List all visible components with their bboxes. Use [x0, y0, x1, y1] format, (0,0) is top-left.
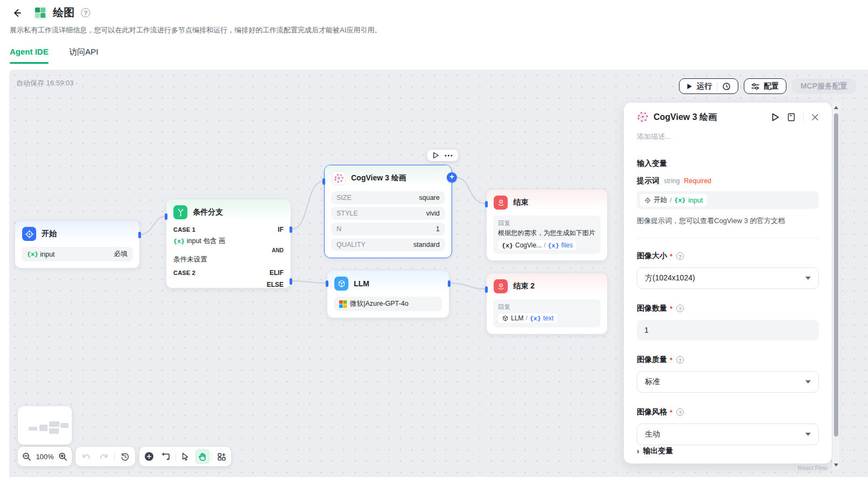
- scroll-up-arrow[interactable]: [832, 104, 839, 111]
- field-help-icon[interactable]: ?: [676, 356, 684, 364]
- tab-api-access[interactable]: 访问API: [69, 47, 98, 64]
- required-tag: 必填: [114, 250, 127, 259]
- description-placeholder[interactable]: 添加描述...: [637, 132, 819, 142]
- condition-2: 条件未设置: [173, 255, 207, 264]
- field-label-size: 图像大小*?: [637, 251, 819, 261]
- field-help-icon[interactable]: ?: [676, 252, 684, 260]
- chevron-down-icon: [805, 277, 811, 280]
- output-port[interactable]: [138, 232, 141, 238]
- panel-scrollbar[interactable]: [832, 103, 839, 470]
- prompt-ref-field[interactable]: 开始 / {x} input: [637, 191, 819, 209]
- scheduled-run-icon: [722, 82, 731, 91]
- page-title: 绘图: [53, 5, 75, 20]
- var-icon: {x}: [173, 238, 185, 245]
- node-end-1[interactable]: 结束 回复 根据您的需求，为您生成如下图片： {x} CogVie... / {…: [486, 189, 608, 261]
- react-flow-attribution: React Flow: [798, 465, 827, 471]
- field-help-icon[interactable]: ?: [676, 408, 684, 416]
- top-bar: 绘图 ? 展示私有工作流详细信息，您可以在此对工作流进行多节点编排和运行，编排好…: [0, 0, 868, 70]
- var-name: input: [40, 251, 55, 258]
- zoom-out-button[interactable]: [19, 449, 35, 464]
- page-description: 展示私有工作流详细信息，您可以在此对工作流进行多节点编排和运行，编排好的工作流配…: [10, 25, 868, 35]
- reply-label: 回复: [498, 219, 596, 227]
- zoom-in-button[interactable]: [55, 449, 70, 464]
- node-title: CogView 3 绘画: [351, 173, 406, 183]
- autosave-status: 自动保存 16:59:03 ·: [16, 78, 78, 88]
- workflow-canvas[interactable]: 自动保存 16:59:03 · 运行 配置 MCP服务配置: [9, 70, 868, 477]
- field-label-quality: 图像质量*?: [637, 355, 819, 365]
- chevron-right-icon: ›: [637, 447, 639, 456]
- image-count-input[interactable]: 1: [637, 320, 819, 340]
- output-port-if[interactable]: [290, 226, 292, 233]
- history-controls: [76, 447, 135, 466]
- required-badge: Required: [684, 177, 711, 185]
- end-node-icon: [494, 196, 508, 210]
- prompt-type: string: [664, 177, 679, 185]
- node-title: 结束: [513, 198, 528, 207]
- undo-button[interactable]: [78, 449, 93, 464]
- scroll-down-arrow[interactable]: [832, 461, 839, 469]
- tab-bar: Agent IDE 访问API: [10, 47, 868, 64]
- node-condition[interactable]: 条件分支 CASE 1 IF {x} input 包含 画 AND 条件未设置 …: [166, 199, 291, 288]
- pointer-tool-button[interactable]: [178, 449, 193, 464]
- start-node-icon: [22, 227, 36, 241]
- auto-layout-icon[interactable]: [214, 449, 230, 464]
- output-vars-toggle[interactable]: › 输出变量: [637, 446, 673, 456]
- close-icon[interactable]: [811, 113, 819, 121]
- minimap[interactable]: [18, 406, 72, 445]
- variable-reference[interactable]: {x} CogVie... / {x} files: [498, 240, 576, 250]
- output-port[interactable]: [448, 280, 450, 287]
- run-button[interactable]: 运行: [679, 78, 738, 94]
- input-port[interactable]: [165, 213, 167, 220]
- node-end-2[interactable]: 结束 2 回复 LLM / {x} text: [486, 273, 608, 334]
- add-node-button[interactable]: [142, 449, 157, 464]
- tab-agent-ide[interactable]: Agent IDE: [10, 47, 49, 64]
- save-doc-icon[interactable]: [787, 113, 796, 122]
- microsoft-logo-icon: [339, 300, 347, 308]
- more-icon[interactable]: [445, 154, 453, 157]
- input-port[interactable]: [322, 178, 325, 185]
- input-port[interactable]: [326, 280, 328, 287]
- model-name: 微软|Azure-GPT-4o: [350, 299, 408, 308]
- cogview-node-icon: [332, 171, 346, 185]
- chevron-down-icon: [805, 433, 811, 436]
- field-help-icon[interactable]: ?: [676, 305, 684, 312]
- run-node-icon[interactable]: [771, 113, 779, 122]
- add-connection-button[interactable]: +: [447, 172, 457, 183]
- start-ref-icon: [644, 197, 651, 204]
- back-button[interactable]: [10, 6, 24, 20]
- node-cogview[interactable]: CogView 3 绘画 SIZEsquare STYLEvivid N1 QU…: [324, 165, 452, 258]
- condition-node-icon: [173, 205, 187, 219]
- panel-title: CogView 3 绘画: [654, 112, 766, 123]
- output-port-else[interactable]: [290, 278, 292, 285]
- image-style-select[interactable]: 生动: [637, 424, 819, 445]
- canvas-tools: [139, 447, 231, 466]
- play-icon: [687, 83, 692, 90]
- image-quality-select[interactable]: 标准: [637, 371, 819, 393]
- mcp-config-button[interactable]: MCP服务配置: [792, 78, 856, 94]
- else-keyword: ELSE: [267, 281, 284, 288]
- prompt-helper-text: 图像提示词，您可以查看CogView 3 的官方文档: [637, 216, 819, 226]
- node-float-toolbar: [427, 150, 458, 161]
- variable-reference[interactable]: LLM / {x} text: [498, 313, 557, 323]
- node-start[interactable]: 开始 {x} input 必填: [15, 220, 140, 268]
- hand-tool-button[interactable]: [195, 449, 210, 464]
- history-button[interactable]: [117, 449, 132, 464]
- node-title: LLM: [354, 279, 369, 288]
- run-node-icon[interactable]: [433, 152, 439, 159]
- elif-keyword: ELIF: [270, 269, 284, 277]
- redo-button[interactable]: [96, 449, 111, 464]
- zoom-level: 100%: [36, 453, 53, 461]
- node-title: 结束 2: [513, 281, 535, 291]
- annotation-icon[interactable]: [158, 449, 173, 464]
- input-port[interactable]: [485, 201, 488, 207]
- help-icon[interactable]: ?: [81, 8, 90, 17]
- case2-label: CASE 2: [173, 270, 196, 276]
- if-keyword: IF: [278, 226, 284, 233]
- scrollbar-thumb[interactable]: [834, 113, 838, 436]
- input-port[interactable]: [485, 286, 488, 293]
- image-size-select[interactable]: 方(1024x1024): [637, 267, 819, 289]
- sliders-icon: [751, 83, 759, 90]
- node-llm[interactable]: LLM 微软|Azure-GPT-4o: [327, 270, 449, 318]
- zoom-controls: 100%: [18, 447, 72, 466]
- config-button[interactable]: 配置: [744, 78, 786, 94]
